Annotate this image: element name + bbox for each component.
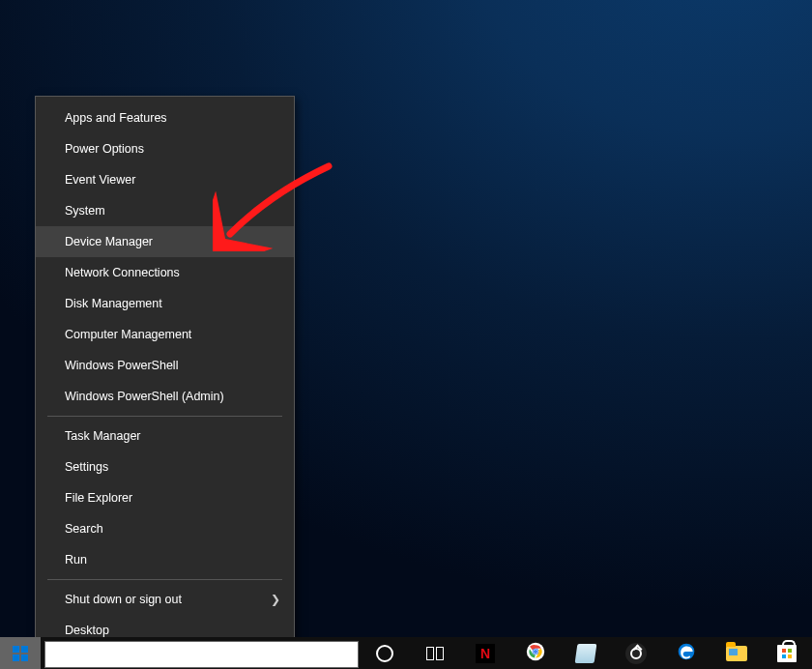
menu-item-label: Shut down or sign out (65, 593, 182, 606)
taskbar-search-input[interactable] (44, 641, 359, 668)
svg-rect-2 (13, 654, 19, 661)
file-explorer-icon[interactable] (725, 642, 748, 665)
menu-item-label: Network Connections (65, 266, 180, 279)
menu-item-device-manager[interactable]: Device Manager (36, 226, 294, 257)
menu-item-label: System (65, 204, 105, 218)
menu-item-label: Search (65, 522, 103, 536)
menu-item-system[interactable]: System (36, 195, 294, 226)
taskbar-pinned-apps: N (373, 637, 808, 669)
start-button[interactable] (0, 637, 41, 669)
taskbar: N (0, 637, 812, 669)
chevron-right-icon: ❯ (271, 593, 280, 606)
svg-rect-1 (21, 646, 28, 653)
winx-context-menu: Apps and FeaturesPower OptionsEvent View… (35, 96, 295, 651)
menu-item-label: File Explorer (65, 491, 132, 505)
edge-icon[interactable] (675, 642, 698, 665)
menu-item-label: Run (65, 553, 87, 567)
menu-item-label: Device Manager (65, 235, 153, 248)
photos-icon[interactable] (624, 642, 648, 665)
cortana-icon[interactable] (373, 642, 396, 665)
svg-point-6 (534, 649, 537, 653)
menu-item-settings[interactable]: Settings (36, 451, 294, 482)
menu-item-label: Settings (65, 460, 108, 474)
task-view-icon[interactable] (423, 642, 447, 665)
menu-item-label: Windows PowerShell (Admin) (65, 390, 224, 403)
chrome-icon[interactable] (524, 642, 547, 665)
menu-item-search[interactable]: Search (36, 513, 294, 544)
menu-item-label: Desktop (65, 624, 109, 637)
menu-item-powershell[interactable]: Windows PowerShell (36, 350, 294, 381)
menu-separator (47, 416, 282, 417)
menu-item-apps-features[interactable]: Apps and Features (36, 102, 294, 133)
menu-item-label: Event Viewer (65, 173, 135, 187)
menu-item-shutdown[interactable]: Shut down or sign out❯ (36, 584, 294, 615)
menu-item-label: Power Options (65, 142, 144, 156)
menu-item-power-options[interactable]: Power Options (36, 133, 294, 164)
microsoft-store-icon[interactable] (775, 642, 798, 665)
menu-item-label: Windows PowerShell (65, 359, 178, 372)
netflix-icon[interactable]: N (474, 642, 497, 665)
menu-item-network-conn[interactable]: Network Connections (36, 257, 294, 288)
menu-item-computer-mgmt[interactable]: Computer Management (36, 319, 294, 350)
menu-item-label: Task Manager (65, 429, 141, 443)
menu-item-label: Apps and Features (65, 111, 167, 125)
sticky-notes-icon[interactable] (574, 642, 597, 665)
menu-item-label: Disk Management (65, 297, 162, 310)
menu-separator (47, 579, 282, 580)
menu-item-disk-mgmt[interactable]: Disk Management (36, 288, 294, 319)
svg-rect-3 (21, 654, 28, 661)
menu-item-task-manager[interactable]: Task Manager (36, 421, 294, 451)
menu-item-event-viewer[interactable]: Event Viewer (36, 164, 294, 195)
menu-item-file-explorer[interactable]: File Explorer (36, 482, 294, 513)
menu-item-run[interactable]: Run (36, 544, 294, 575)
menu-item-powershell-admin[interactable]: Windows PowerShell (Admin) (36, 381, 294, 412)
menu-item-label: Computer Management (65, 328, 191, 341)
svg-rect-0 (13, 646, 19, 653)
windows-logo-icon (13, 646, 28, 661)
